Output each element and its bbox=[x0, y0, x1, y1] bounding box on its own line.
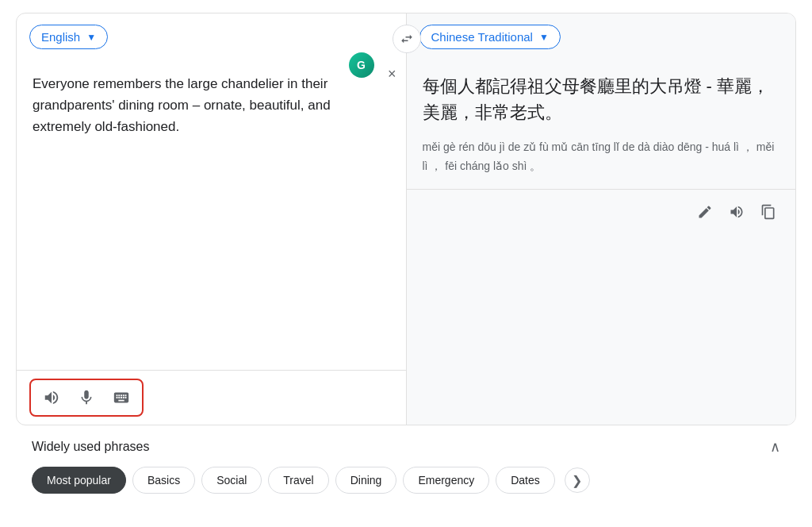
tab-dates[interactable]: Dates bbox=[496, 467, 555, 494]
source-text-container: G × Everyone remembers the large chandel… bbox=[17, 60, 406, 370]
right-panel: Chinese Traditional ▼ 每個人都記得祖父母餐廳里的大吊燈 -… bbox=[407, 13, 796, 425]
collapse-phrases-button[interactable]: ∧ bbox=[770, 438, 780, 456]
target-lang-label: Chinese Traditional bbox=[431, 30, 533, 44]
swap-languages-button[interactable] bbox=[393, 25, 421, 53]
tab-basics[interactable]: Basics bbox=[132, 467, 195, 494]
copy-translation-button[interactable] bbox=[754, 198, 783, 226]
source-lang-label: English bbox=[41, 30, 80, 44]
right-header-row: Chinese Traditional ▼ bbox=[407, 13, 796, 60]
listen-button[interactable] bbox=[37, 383, 66, 412]
right-toolbar bbox=[407, 189, 796, 234]
translator-section: English ▼ G × Everyone remembers the lar… bbox=[16, 13, 796, 425]
grammarly-icon: G bbox=[349, 52, 374, 78]
microphone-button[interactable] bbox=[72, 383, 101, 412]
source-lang-dropdown[interactable]: English ▼ bbox=[29, 25, 108, 49]
phrases-header: Widely used phrases ∧ bbox=[32, 438, 780, 456]
phrases-title: Widely used phrases bbox=[32, 440, 150, 454]
tab-emergency[interactable]: Emergency bbox=[403, 467, 489, 494]
target-lang-chevron-icon: ▼ bbox=[539, 32, 549, 43]
tab-dining[interactable]: Dining bbox=[335, 467, 397, 494]
tab-social[interactable]: Social bbox=[201, 467, 262, 494]
edit-translation-button[interactable] bbox=[691, 198, 719, 226]
phrases-next-button[interactable]: ❯ bbox=[565, 467, 590, 493]
source-lang-chevron-icon: ▼ bbox=[86, 32, 96, 43]
tab-travel[interactable]: Travel bbox=[268, 467, 328, 494]
phrases-tabs: Most popular Basics Social Travel Dining… bbox=[32, 467, 780, 494]
phrases-section: Widely used phrases ∧ Most popular Basic… bbox=[16, 425, 796, 494]
close-button[interactable]: × bbox=[388, 67, 396, 81]
listen-translation-button[interactable] bbox=[722, 198, 751, 226]
main-container: English ▼ G × Everyone remembers the lar… bbox=[0, 0, 812, 527]
target-lang-dropdown[interactable]: Chinese Traditional ▼ bbox=[419, 25, 561, 49]
left-panel: English ▼ G × Everyone remembers the lar… bbox=[17, 13, 407, 425]
toolbar-highlighted bbox=[29, 379, 144, 417]
left-toolbar bbox=[17, 370, 406, 425]
translation-text: 每個人都記得祖父母餐廳里的大吊燈 - 華麗，美麗，非常老式。 bbox=[407, 60, 796, 125]
tab-most-popular[interactable]: Most popular bbox=[32, 467, 126, 494]
romanization-text: měi gè rén dōu jì de zǔ fù mǔ cān tīng l… bbox=[407, 125, 796, 189]
left-header-row: English ▼ bbox=[17, 13, 406, 60]
keyboard-button[interactable] bbox=[107, 383, 136, 412]
source-text: Everyone remembers the large chandelier … bbox=[33, 73, 350, 138]
